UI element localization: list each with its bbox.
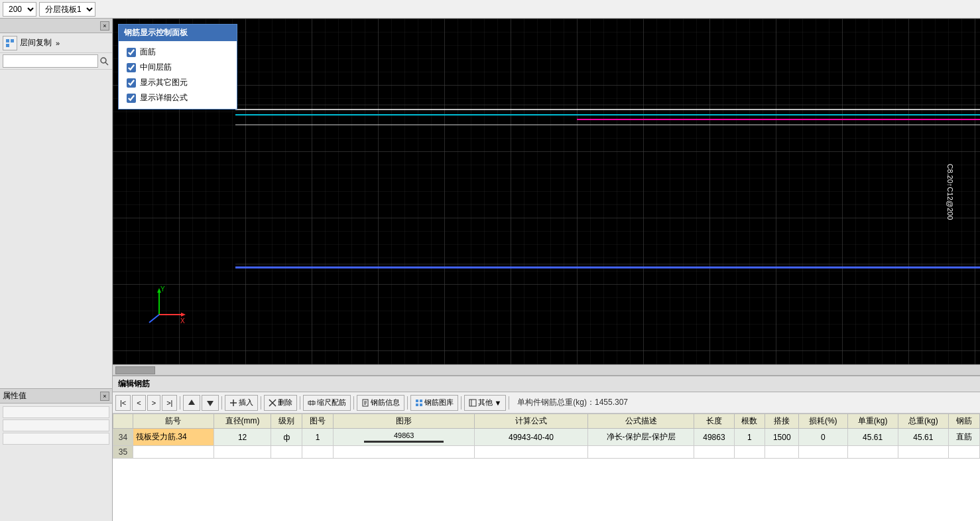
sidebar-toolbar: 层间复制 » xyxy=(0,33,112,53)
empty-cell-10 xyxy=(765,446,799,459)
table-row[interactable]: 34 筏板受力筋.34 12 ф 1 49863 4994 xyxy=(113,429,980,446)
empty-cell-14 xyxy=(949,446,980,459)
canvas-grid xyxy=(113,19,980,364)
properties-content xyxy=(0,404,112,447)
svg-rect-0 xyxy=(6,39,9,42)
svg-rect-36 xyxy=(416,404,418,406)
th-formula-desc: 公式描述 xyxy=(587,414,694,429)
other-label: 其他 xyxy=(478,398,493,408)
empty-cell-11 xyxy=(799,446,847,459)
other-button[interactable]: 其他 ▼ xyxy=(464,395,506,411)
sidebar-header: × xyxy=(0,19,112,33)
th-level: 级别 xyxy=(271,414,302,429)
properties-title: 属性值 xyxy=(3,390,27,402)
move-up-button[interactable] xyxy=(183,395,200,411)
canvas-area[interactable]: 钢筋显示控制面板 面筋 中间层筋 显示其它图元 xyxy=(113,19,980,364)
edit-panel-title: 编辑钢筋 xyxy=(118,378,150,390)
sep6 xyxy=(407,396,408,409)
svg-marker-22 xyxy=(207,401,214,406)
checkbox-show-formula-label: 显示详细公式 xyxy=(140,92,188,104)
th-count: 根数 xyxy=(734,414,765,429)
empty-cell-3 xyxy=(271,446,302,459)
checkbox-mian-jin[interactable]: 面筋 xyxy=(127,46,229,58)
svg-rect-38 xyxy=(469,400,476,406)
svg-rect-6 xyxy=(113,19,980,364)
rebar-info-button[interactable]: 钢筋信息 xyxy=(357,395,404,411)
row-num-34: 34 xyxy=(113,429,133,446)
control-panel-body: 面筋 中间层筋 显示其它图元 显示详细公式 xyxy=(119,41,237,109)
svg-line-20 xyxy=(149,315,159,323)
canvas-hscrollbar[interactable] xyxy=(113,364,980,375)
rebar-library-button[interactable]: 钢筋图库 xyxy=(410,395,458,411)
sep1 xyxy=(180,396,180,409)
checkbox-mian-jin-label: 面筋 xyxy=(140,46,156,58)
axes-indicator: Y X xyxy=(146,285,186,325)
delete-label: 删除 xyxy=(278,398,292,408)
checkbox-mid-layer-input[interactable] xyxy=(127,63,136,72)
fig-num-cell: 1 xyxy=(302,429,334,446)
insert-button[interactable]: 插入 xyxy=(225,395,258,411)
empty-cell-4 xyxy=(302,446,334,459)
checkbox-show-others-input[interactable] xyxy=(127,78,136,88)
prop-value-3 xyxy=(3,433,109,445)
nav-last-button[interactable]: >| xyxy=(162,395,177,411)
checkbox-show-others[interactable]: 显示其它图元 xyxy=(127,77,229,88)
scale-dropdown[interactable]: 200 xyxy=(3,2,36,17)
table-header-row: 筋号 直径(mm) 级别 图号 图形 计算公式 公式描述 长度 根数 搭接 损耗… xyxy=(113,414,980,429)
checkbox-show-formula[interactable]: 显示详细公式 xyxy=(127,92,229,104)
sep7 xyxy=(461,396,461,409)
expand-icon[interactable]: » xyxy=(56,39,60,47)
empty-cell-5 xyxy=(334,446,475,459)
svg-rect-2 xyxy=(6,44,9,47)
top-bar: 200 分层筏板1 xyxy=(0,0,980,19)
empty-cell-13 xyxy=(898,446,948,459)
edit-panel-header: 编辑钢筋 xyxy=(113,376,980,392)
scale-rebar-button[interactable]: 缩尺配筋 xyxy=(303,395,351,411)
jin-hao-cell: 筏板受力筋.34 xyxy=(133,429,214,446)
empty-cell-8 xyxy=(694,446,734,459)
edit-toolbar: |< < > >| 插入 删除 xyxy=(113,392,980,413)
diameter-cell: 12 xyxy=(214,429,271,446)
nav-first-button[interactable]: |< xyxy=(115,395,131,411)
empty-cell-7 xyxy=(587,446,694,459)
prop-value-1 xyxy=(3,406,109,418)
move-down-button[interactable] xyxy=(202,395,219,411)
empty-cell-12 xyxy=(847,446,898,459)
properties-close-button[interactable]: × xyxy=(100,392,109,401)
sidebar-content xyxy=(0,70,112,388)
table-row-empty[interactable]: 35 xyxy=(113,446,980,459)
prop-row-1 xyxy=(3,406,109,418)
delete-button[interactable]: 删除 xyxy=(264,395,297,411)
th-total-weight: 总重(kg) xyxy=(898,414,948,429)
formula-cell: 49943-40-40 xyxy=(475,429,588,446)
properties-header: 属性值 × xyxy=(0,389,112,404)
layer-dropdown[interactable]: 分层筏板1 xyxy=(39,2,95,17)
sidebar-layer-icon[interactable] xyxy=(3,36,17,50)
scale-rebar-label: 缩尺配筋 xyxy=(317,398,346,408)
nav-next-button[interactable]: > xyxy=(147,395,160,411)
shape-cell: 49863 xyxy=(334,429,475,446)
prop-row-2 xyxy=(3,419,109,431)
svg-text:X: X xyxy=(180,317,185,325)
row-num-35: 35 xyxy=(113,446,133,459)
properties-panel: 属性值 × xyxy=(0,388,112,521)
checkbox-mian-jin-input[interactable] xyxy=(127,48,136,57)
sidebar-search-input[interactable] xyxy=(3,54,98,68)
sidebar-close-button[interactable]: × xyxy=(100,21,109,31)
search-icon[interactable] xyxy=(98,55,109,67)
checkbox-show-formula-input[interactable] xyxy=(127,94,136,103)
sep8 xyxy=(509,396,509,409)
th-loss: 损耗(%) xyxy=(799,414,847,429)
th-fig-num: 图号 xyxy=(302,414,334,429)
th-jin-hao: 筋号 xyxy=(133,414,214,429)
other-dropdown-icon: ▼ xyxy=(494,399,501,407)
prop-row-3 xyxy=(3,433,109,445)
type-cell: 直筋 xyxy=(949,429,980,446)
svg-marker-18 xyxy=(181,313,186,317)
nav-prev-button[interactable]: < xyxy=(132,395,145,411)
rebar-data-table: 筋号 直径(mm) 级别 图号 图形 计算公式 公式描述 长度 根数 搭接 损耗… xyxy=(113,413,980,459)
formula-desc-cell: 净长-保护层-保护层 xyxy=(587,429,694,446)
checkbox-mid-layer[interactable]: 中间层筋 xyxy=(127,62,229,73)
th-unit-weight: 单重(kg) xyxy=(847,414,898,429)
rebar-table: 筋号 直径(mm) 级别 图号 图形 计算公式 公式描述 长度 根数 搭接 损耗… xyxy=(113,413,980,521)
